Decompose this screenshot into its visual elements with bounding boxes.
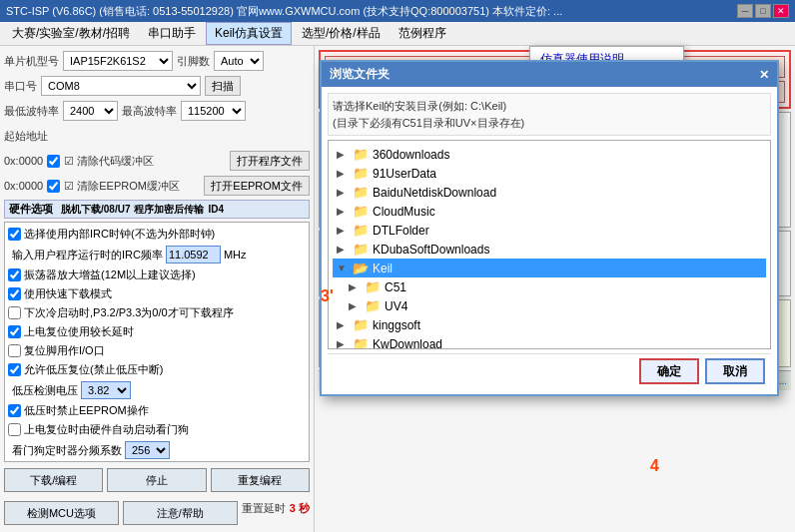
tree-item-cloudmusic[interactable]: ▶ 📁 CloudMusic <box>333 202 766 221</box>
opt-cold-checkbox[interactable] <box>8 306 21 319</box>
opt-fast-checkbox[interactable] <box>8 287 21 300</box>
max-baud-label: 最高波特率 <box>122 104 177 119</box>
expand-icon: ▶ <box>337 244 349 255</box>
expand-icon: ▶ <box>337 187 349 198</box>
expand-icon: ▶ <box>337 149 349 160</box>
addr2-label: 0x:0000 <box>4 180 43 192</box>
com-select[interactable]: COM8 <box>41 76 201 96</box>
clear-eeprom-label: ☑ 清除EEPROM缓冲区 <box>64 179 180 194</box>
opt-lvr-checkbox[interactable] <box>8 363 21 376</box>
option-row-10: 上电复位时由硬件自动启动看门狗 <box>8 421 306 438</box>
clear-code-checkbox[interactable] <box>47 155 60 168</box>
open-prog-button[interactable]: 打开程序文件 <box>230 151 310 171</box>
delay-label: 重置延时 <box>242 501 286 525</box>
irq-label: 引脚数 <box>177 54 210 69</box>
menu-examples[interactable]: 范例程序 <box>391 23 454 44</box>
option-row-2: 振荡器放大增益(12M以上建议选择) <box>8 266 306 283</box>
opt-osc-checkbox[interactable] <box>8 268 21 281</box>
tree-item-kinggsoft[interactable]: ▶ 📁 kinggsoft <box>333 315 766 334</box>
maximize-button[interactable]: □ <box>755 4 771 18</box>
max-baud-select[interactable]: 115200 <box>181 101 246 121</box>
cancel-button[interactable]: 取消 <box>705 358 765 384</box>
menu-contest[interactable]: 大赛/实验室/教材/招聘 <box>4 23 138 44</box>
menu-model[interactable]: 选型/价格/样品 <box>294 23 389 44</box>
file-dialog-close-icon[interactable]: ✕ <box>759 68 769 82</box>
volt-row: 低压检测电压 3.82 V <box>8 380 306 400</box>
irq-select[interactable]: Auto <box>214 51 264 71</box>
menu-serial[interactable]: 串口助手 <box>140 23 204 44</box>
tree-item-c51[interactable]: ▶ 📁 C51 <box>333 277 766 296</box>
min-baud-label: 最低波特率 <box>4 104 59 119</box>
file-dialog: 浏览文件夹 ✕ 请选择Keil的安装目录(例如: C:\Keil) (目录下必须… <box>320 60 779 396</box>
com-row: 串口号 COM8 扫描 <box>4 75 310 97</box>
mcu-row: 单片机型号 IAP15F2K61S2 引脚数 Auto <box>4 50 310 72</box>
opt-eeprom-lv-checkbox[interactable] <box>8 404 21 417</box>
tree-item-kwdownload[interactable]: ▶ 📁 KwDownload <box>333 334 766 349</box>
start-addr-label: 起始地址 <box>4 129 48 144</box>
option-row-7: 允许低压复位(禁止低压中断) <box>8 361 306 378</box>
encrypt-tab[interactable]: 程序加密后传输 <box>134 203 204 217</box>
option-row-9: 低压时禁止EEPROM操作 <box>8 402 306 419</box>
expand-icon: ▶ <box>337 168 349 179</box>
clear-code-label: ☑ 清除代码缓冲区 <box>64 154 154 169</box>
close-button[interactable]: ✕ <box>773 4 789 18</box>
scan-button[interactable]: 扫描 <box>205 76 241 96</box>
volt-label: 低压检测电压 <box>12 383 78 398</box>
wdt-label: 看门狗定时器分频系数 <box>12 443 122 458</box>
tree-item-uv4[interactable]: ▶ 📁 UV4 <box>333 296 766 315</box>
opt-reset-checkbox[interactable] <box>8 325 21 338</box>
hardware-label: 硬件选项 <box>9 202 53 217</box>
id-tab[interactable]: ID4 <box>208 204 224 215</box>
tree-item-baidunetdisk[interactable]: ▶ 📁 BaiduNetdiskDownload <box>333 183 766 202</box>
title-text: STC-ISP (V6.86C) (销售电话: 0513-55012928) 官… <box>6 4 562 19</box>
options-box: 选择使用内部IRC时钟(不选为外部时钟) 输入用户程序运行时的IRC频率 MHz… <box>4 222 310 462</box>
wdt-select[interactable]: 256 <box>125 441 170 459</box>
menu-bar: 大赛/实验室/教材/招聘 串口助手 Keil仿真设置 选型/价格/样品 范例程序 <box>0 22 795 46</box>
expand-icon: ▶ <box>337 225 349 236</box>
opt-osc-label: 振荡器放大增益(12M以上建议选择) <box>24 267 196 282</box>
baud-row: 最低波特率 2400 最高波特率 115200 <box>4 100 310 122</box>
download-tab[interactable]: 脱机下载/08/U7 <box>61 203 130 217</box>
min-baud-select[interactable]: 2400 <box>63 101 118 121</box>
menu-keil[interactable]: Keil仿真设置 <box>206 22 292 45</box>
tree-item-keil[interactable]: ▼ 📂 Keil <box>333 259 766 277</box>
reprogram-button[interactable]: 重复编程 <box>211 468 310 492</box>
opt-fast-label: 使用快速下载模式 <box>24 286 112 301</box>
addr2-row: 0x:0000 ☑ 清除EEPROM缓冲区 打开EEPROM文件 <box>4 175 310 197</box>
tree-item-kdubasoft[interactable]: ▶ 📁 KDubaSoftDownloads <box>333 240 766 259</box>
tree-item-dtlfolder[interactable]: ▶ 📁 DTLFolder <box>333 221 766 240</box>
item-label: BaiduNetdiskDownload <box>373 186 496 200</box>
freq-unit: MHz <box>224 249 247 261</box>
expand-icon: ▶ <box>349 281 361 292</box>
item-label: kinggsoft <box>373 318 420 332</box>
open-eeprom-button[interactable]: 打开EEPROM文件 <box>204 176 310 196</box>
volt-select[interactable]: 3.82 V <box>81 381 131 399</box>
freq-input[interactable] <box>166 246 221 264</box>
title-controls: ─ □ ✕ <box>737 4 789 18</box>
bottom-buttons-2: 检测MCU选项 注意/帮助 重置延时 3 秒 <box>4 498 310 528</box>
folder-icon-open: 📂 <box>353 261 369 275</box>
title-bar: STC-ISP (V6.86C) (销售电话: 0513-55012928) 官… <box>0 0 795 22</box>
option-row-4: 下次冷启动时,P3.2/P3.3为0/0才可下载程序 <box>8 304 306 321</box>
opt-irc-checkbox[interactable] <box>8 228 21 241</box>
help-button[interactable]: 注意/帮助 <box>123 501 238 525</box>
download-button[interactable]: 下载/编程 <box>4 468 103 492</box>
file-dialog-body: 请选择Keil的安装目录(例如: C:\Keil) (目录下必须有C51目录和U… <box>322 87 777 394</box>
confirm-button[interactable]: 确定 <box>639 358 699 384</box>
clear-eeprom-checkbox[interactable] <box>47 180 60 193</box>
minimize-button[interactable]: ─ <box>737 4 753 18</box>
mcu-select[interactable]: IAP15F2K61S2 <box>63 51 173 71</box>
file-tree[interactable]: ▶ 📁 360downloads ▶ 📁 91UserData ▶ 📁 Baid… <box>328 140 771 349</box>
opt-lvr-label: 允许低压复位(禁止低压中断) <box>24 362 163 377</box>
stop-button[interactable]: 停止 <box>107 468 206 492</box>
item-label: C51 <box>385 280 406 294</box>
tree-item-91userdata[interactable]: ▶ 📁 91UserData <box>333 164 766 183</box>
addr1-row: 0x:0000 ☑ 清除代码缓冲区 打开程序文件 <box>4 150 310 172</box>
left-panel: 单片机型号 IAP15F2K61S2 引脚数 Auto 串口号 COM8 扫描 … <box>0 46 315 532</box>
tree-item-360downloads[interactable]: ▶ 📁 360downloads <box>333 145 766 164</box>
detect-mcu-button[interactable]: 检测MCU选项 <box>4 501 119 525</box>
opt-wdt-checkbox[interactable] <box>8 423 21 436</box>
opt-pio-checkbox[interactable] <box>8 344 21 357</box>
addr1-label: 0x:0000 <box>4 155 43 167</box>
folder-icon: 📁 <box>353 166 369 181</box>
